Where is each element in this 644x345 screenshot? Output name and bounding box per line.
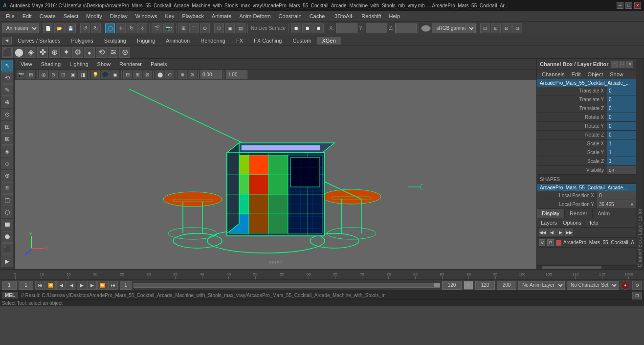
prev-frame-btn[interactable]: ◀ — [56, 281, 66, 290]
vp-menu-view[interactable]: View — [17, 60, 36, 68]
scale-tool[interactable]: ⊹ — [137, 23, 147, 33]
render-btn1[interactable]: ⊡ — [480, 23, 490, 33]
vp-cam-persp[interactable]: 📷 — [17, 70, 25, 79]
menu-modify[interactable]: Modify — [82, 12, 106, 20]
tool-8[interactable]: ▣ — [225, 23, 235, 33]
vp-texture[interactable]: ◨ — [78, 70, 87, 79]
menu-help[interactable]: Help — [385, 12, 404, 20]
vp-btn4[interactable]: ⊗ — [188, 70, 197, 79]
layer-menu-layers[interactable]: Layers — [539, 219, 559, 226]
tool-9[interactable]: ▤ — [236, 23, 245, 33]
menu-constrain[interactable]: Constrain — [275, 12, 306, 20]
viewport-canvas[interactable]: persp X Y Z — [15, 80, 536, 269]
anim-layer-dropdown[interactable]: No Anim Layer — [518, 281, 565, 290]
layer-nav-right1[interactable]: ▶ — [556, 229, 564, 236]
menu-playback[interactable]: Playback — [178, 12, 208, 20]
prev-key-btn[interactable]: ⏪ — [45, 281, 56, 290]
visibility-value[interactable]: on — [607, 166, 636, 174]
frame-rate-input[interactable] — [200, 70, 222, 79]
vp-btn1[interactable]: ⬤ — [155, 70, 164, 79]
tab-fx-caching[interactable]: FX Caching — [249, 37, 287, 45]
z-coord-input[interactable] — [395, 23, 417, 33]
vp-grid[interactable]: ⊞ — [133, 70, 142, 79]
tab-polygons[interactable]: Polygons — [66, 37, 98, 45]
render-btn2[interactable]: ⊡ — [491, 23, 501, 33]
layer-scroll-thumb[interactable] — [542, 266, 601, 270]
translate-z-value[interactable]: 0 — [607, 104, 636, 113]
move-btn[interactable]: ⊕ — [1, 96, 13, 108]
xgen-shelf-btn2[interactable]: ⬤ — [14, 47, 24, 58]
tool-7[interactable]: ⬡ — [214, 23, 224, 33]
cb-float-btn[interactable]: □ — [619, 61, 625, 68]
tab-animation[interactable]: Animation — [161, 37, 195, 45]
snap-curve[interactable]: ⌒ — [189, 23, 199, 33]
char-ctrl-btn[interactable]: ⚙ — [632, 281, 642, 290]
menu-display[interactable]: Display — [106, 12, 132, 20]
open-scene-button[interactable]: 📂 — [54, 23, 65, 33]
menu-anim-deform[interactable]: Anim Deform — [235, 12, 274, 20]
vp-ao[interactable]: ◉ — [111, 70, 119, 79]
tool-cam3[interactable]: 🔲 — [313, 23, 324, 33]
xgen-shelf-btn9[interactable]: ⟲ — [96, 47, 107, 58]
tool16[interactable]: ▶ — [1, 255, 13, 267]
minimize-button[interactable]: ─ — [617, 2, 623, 9]
vp-btn3[interactable]: ⊕ — [178, 70, 187, 79]
menu-file[interactable]: File — [2, 12, 19, 20]
xgen-shelf-btn10[interactable]: ≋ — [108, 47, 118, 58]
range-end-input[interactable] — [475, 281, 495, 290]
vp-menu-lighting[interactable]: Lighting — [66, 60, 92, 68]
current-frame-input[interactable] — [19, 281, 33, 290]
tab-rigging[interactable]: Rigging — [132, 37, 160, 45]
rotate-tool[interactable]: ↻ — [127, 23, 136, 33]
close-button[interactable]: ✕ — [634, 2, 641, 9]
vp-menu-show[interactable]: Show — [93, 60, 115, 68]
scale-y-value[interactable]: 1 — [607, 148, 636, 157]
xgen-shelf-btn4[interactable]: ✤ — [37, 47, 48, 58]
timeline-area[interactable]: 5 10 15 20 25 30 35 40 45 50 55 60 65 70… — [0, 269, 644, 280]
tool-cam2[interactable]: 🔲 — [302, 23, 312, 33]
vp-shadow[interactable]: 🌑 — [101, 70, 110, 79]
char-set-dropdown[interactable]: No Character Set — [567, 281, 619, 290]
snap-grid[interactable]: ⊞ — [178, 23, 188, 33]
tab-fx[interactable]: FX — [231, 37, 248, 45]
render-snap-btn[interactable]: ⯀ — [1, 219, 13, 230]
xgen-shelf-btn7[interactable]: ⚙ — [72, 47, 83, 58]
vp-light1[interactable]: 💡 — [91, 70, 100, 79]
mode-dropdown[interactable]: Animation — [2, 23, 39, 33]
undo-button[interactable]: ↺ — [80, 23, 90, 33]
vp-smooth[interactable]: ▣ — [68, 70, 77, 79]
menu-key[interactable]: Key — [161, 12, 178, 20]
vp-menu-renderer[interactable]: Renderer — [115, 60, 146, 68]
layer-nav-left1[interactable]: ◀◀ — [539, 229, 547, 236]
save-scene-button[interactable]: 💾 — [66, 23, 76, 33]
menu-windows[interactable]: Windows — [132, 12, 161, 20]
layer-menu-options[interactable]: Options — [561, 219, 583, 226]
layer-menu-help[interactable]: Help — [585, 219, 600, 226]
lasso-select-btn[interactable]: ✎ — [1, 84, 13, 96]
range-slider-end-btn[interactable]: ≡ — [464, 281, 473, 290]
layer-visibility-toggle[interactable]: V — [539, 239, 545, 246]
xgen-shelf-btn6[interactable]: ✦ — [61, 47, 71, 58]
x-coord-input[interactable] — [336, 23, 357, 33]
xgen-shelf-btn1[interactable]: ⬛ — [2, 47, 13, 58]
layer-tab-anim[interactable]: Anim — [593, 209, 615, 218]
snap-point[interactable]: ⊙ — [200, 23, 210, 33]
tab-curves-surfaces[interactable]: Curves / Surfaces — [13, 37, 65, 45]
select-tool-btn[interactable]: ↖ — [1, 60, 13, 71]
new-scene-button[interactable]: 📄 — [43, 23, 53, 33]
tool-cam1[interactable]: 🔲 — [291, 23, 301, 33]
gamma-dropdown[interactable]: sRGB gamma — [432, 23, 476, 33]
frame-box-input[interactable] — [120, 281, 132, 290]
show-manip-btn[interactable]: ◇ — [1, 158, 13, 169]
universal-manip-btn[interactable]: ⊕ — [1, 170, 13, 182]
xgen-shelf-btn5[interactable]: ⊕ — [49, 47, 60, 58]
layer-color-swatch[interactable] — [556, 240, 561, 246]
layer-tab-display[interactable]: Display — [537, 209, 565, 218]
vp-isolate[interactable]: ◎ — [39, 70, 48, 79]
xgen-shelf-btn11[interactable]: ⊛ — [119, 47, 130, 58]
vp-cam-switch[interactable]: ⊞ — [26, 70, 35, 79]
render-settings[interactable]: 🎬 — [152, 23, 162, 33]
transform-btn[interactable]: ⊠ — [1, 133, 13, 145]
cb-show-menu[interactable]: Show — [607, 71, 626, 78]
menu-animate[interactable]: Animate — [208, 12, 235, 20]
